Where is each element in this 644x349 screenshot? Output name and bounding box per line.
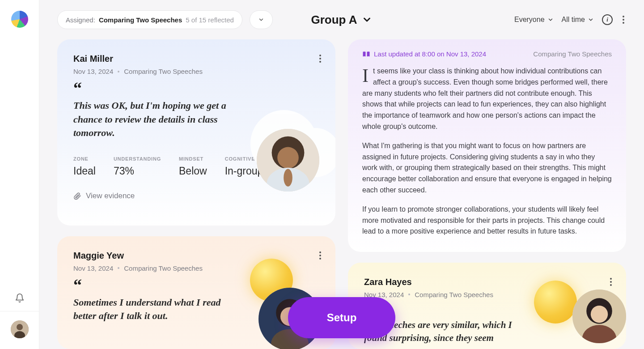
bell-icon[interactable] — [15, 293, 25, 303]
book-icon — [362, 51, 370, 58]
more-menu-button[interactable] — [621, 14, 626, 26]
chevron-down-icon — [588, 17, 594, 23]
chevron-down-icon — [547, 17, 554, 23]
chevron-down-icon — [362, 14, 373, 25]
student-assignment: Comparing Two Speeches — [124, 68, 203, 75]
student-quote: This was OK, but I'm hoping we get a cha… — [73, 99, 239, 140]
student-date: Nov 13, 2024 — [73, 68, 113, 75]
insight-updated: Last updated at 8:00 on Nov 13, 2024 — [362, 50, 486, 58]
filter-when-label: All time — [562, 16, 585, 24]
group-selector[interactable]: Group A — [311, 13, 372, 27]
insight-paragraph-3: If you learn to promote stronger collabo… — [362, 204, 612, 237]
info-button[interactable]: i — [602, 14, 613, 25]
card-more-button[interactable] — [318, 53, 323, 64]
paperclip-icon — [73, 192, 81, 200]
svg-point-1 — [17, 324, 23, 330]
app-logo[interactable] — [11, 11, 28, 28]
student-name: Zara Hayes — [364, 277, 610, 287]
student-quote: Sometimes I understand what I read bette… — [73, 296, 239, 323]
assigned-count: 5 of 15 reflected — [186, 16, 234, 24]
left-rail — [0, 0, 39, 349]
card-more-button[interactable] — [318, 250, 323, 261]
insight-paragraph-1: It seems like your class is thinking abo… — [362, 66, 612, 132]
student-assignment: Comparing Two Speeches — [124, 264, 203, 272]
student-avatar-zara — [572, 289, 626, 343]
insight-paragraph-2: What I'm gathering is that you might wan… — [362, 140, 612, 196]
insight-assignment: Comparing Two Speeches — [533, 50, 612, 58]
topbar: Assigned: Comparing Two Speeches 5 of 15… — [57, 0, 626, 39]
main-area: Assigned: Comparing Two Speeches 5 of 15… — [39, 0, 644, 349]
left-column: Kai Miller Nov 13, 2024 Comparing Two Sp… — [57, 39, 335, 349]
assigned-name: Comparing Two Speeches — [99, 16, 182, 24]
metric-mindset: MINDSET Below — [179, 156, 207, 177]
sun-decoration — [534, 281, 577, 323]
quote-mark-icon: “ — [73, 83, 319, 94]
svg-point-14 — [591, 306, 608, 323]
insight-card: Last updated at 8:00 on Nov 13, 2024 Com… — [348, 39, 626, 252]
chevron-down-icon — [258, 17, 264, 23]
student-avatar-kai — [257, 129, 319, 192]
svg-point-7 — [284, 169, 292, 187]
student-name: Kai Miller — [73, 54, 319, 64]
metric-zone: ZONE Ideal — [73, 156, 96, 177]
view-evidence-label: View evidence — [86, 192, 135, 200]
insight-body: It seems like your class is thinking abo… — [362, 66, 612, 237]
view-evidence-button[interactable]: View evidence — [73, 192, 319, 200]
student-name: Maggie Yew — [73, 251, 319, 261]
group-title-text: Group A — [311, 13, 357, 27]
setup-button[interactable]: Setup — [288, 297, 395, 338]
filter-who-dropdown[interactable]: Everyone — [514, 16, 554, 24]
right-column: Last updated at 8:00 on Nov 13, 2024 Com… — [348, 39, 626, 349]
svg-point-5 — [277, 147, 299, 169]
assigned-pill[interactable]: Assigned: Comparing Two Speeches 5 of 15… — [57, 10, 242, 29]
user-avatar[interactable] — [11, 320, 29, 338]
student-date: Nov 13, 2024 — [73, 264, 113, 272]
insight-header: Last updated at 8:00 on Nov 13, 2024 Com… — [362, 50, 612, 58]
student-meta: Nov 13, 2024 Comparing Two Speeches — [73, 68, 319, 75]
filter-who-label: Everyone — [514, 16, 545, 24]
card-more-button[interactable] — [608, 276, 614, 288]
student-assignment: Comparing Two Speeches — [415, 291, 493, 298]
filter-when-dropdown[interactable]: All time — [562, 16, 594, 24]
assigned-label: Assigned: — [66, 16, 95, 24]
metric-understanding: UNDERSTANDING 73% — [114, 156, 161, 177]
assigned-dropdown-button[interactable] — [250, 10, 273, 29]
student-card-kai[interactable]: Kai Miller Nov 13, 2024 Comparing Two Sp… — [57, 39, 335, 226]
